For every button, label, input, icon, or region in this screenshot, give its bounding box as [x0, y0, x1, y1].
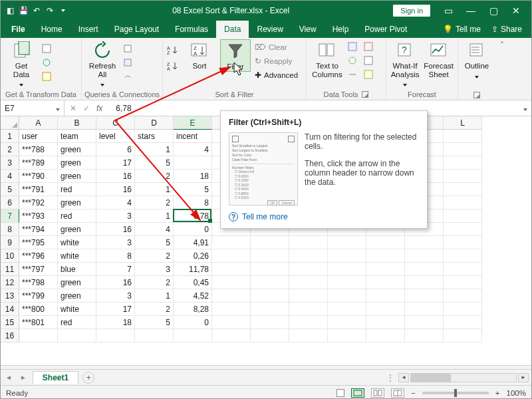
- name-box[interactable]: E7: [1, 100, 65, 116]
- cell[interactable]: 0: [174, 223, 212, 236]
- cell[interactable]: green: [58, 289, 96, 303]
- undo-icon[interactable]: ↶: [31, 5, 42, 16]
- tab-nav-next[interactable]: ►: [18, 374, 29, 381]
- cell[interactable]: 17: [96, 303, 135, 316]
- macro-rec-icon[interactable]: [336, 389, 344, 397]
- cell[interactable]: [135, 329, 174, 342]
- cell[interactable]: 18: [174, 170, 212, 183]
- cell[interactable]: [96, 329, 135, 342]
- cell[interactable]: [289, 303, 328, 316]
- zoom-out-button[interactable]: −: [411, 389, 416, 397]
- cell[interactable]: [251, 316, 289, 329]
- cell[interactable]: 8: [96, 249, 135, 263]
- cell[interactable]: [289, 236, 328, 249]
- cell[interactable]: 2: [135, 303, 174, 316]
- cell[interactable]: [251, 289, 289, 303]
- view-pagelayout-button[interactable]: [371, 388, 384, 398]
- cell[interactable]: 17: [96, 156, 135, 170]
- cell[interactable]: 11,78: [174, 263, 212, 276]
- cell[interactable]: [444, 316, 482, 329]
- tab-help[interactable]: Help: [325, 21, 357, 38]
- cell[interactable]: red: [58, 209, 96, 223]
- cell[interactable]: red: [58, 183, 96, 196]
- queries-button[interactable]: [123, 42, 132, 55]
- row-header[interactable]: 16: [1, 329, 19, 342]
- cell[interactable]: 4: [96, 196, 135, 209]
- cell[interactable]: [405, 263, 444, 276]
- col-header[interactable]: D: [135, 116, 174, 130]
- cell[interactable]: 2: [135, 276, 174, 289]
- close-icon[interactable]: ✕: [505, 1, 527, 20]
- tab-insert[interactable]: Insert: [70, 21, 106, 38]
- cell[interactable]: [444, 329, 482, 342]
- cell[interactable]: 2: [135, 249, 174, 263]
- cell[interactable]: 2: [135, 196, 174, 209]
- tab-powerpivot[interactable]: Power Pivot: [356, 21, 415, 38]
- cell[interactable]: [328, 236, 366, 249]
- cell[interactable]: white: [58, 303, 96, 316]
- whatif-button[interactable]: ? What-If Analysis: [390, 39, 420, 88]
- enter-icon[interactable]: ✓: [83, 104, 90, 113]
- row-header[interactable]: 12: [1, 276, 19, 289]
- zoom-in-button[interactable]: +: [495, 389, 500, 397]
- edit-links-button[interactable]: [123, 70, 132, 83]
- cell[interactable]: green: [58, 156, 96, 170]
- relations-button[interactable]: [348, 70, 361, 81]
- cell[interactable]: [405, 276, 444, 289]
- cell[interactable]: [289, 329, 328, 342]
- col-header[interactable]: L: [444, 116, 482, 130]
- cell[interactable]: 3: [96, 236, 135, 249]
- cell[interactable]: 0: [174, 316, 212, 329]
- cell[interactable]: [444, 143, 482, 156]
- cell[interactable]: ***789: [19, 156, 58, 170]
- text-to-columns-button[interactable]: Text to Columns: [311, 39, 344, 78]
- cell[interactable]: 4: [174, 143, 212, 156]
- cell[interactable]: 5: [174, 183, 212, 196]
- cell[interactable]: [212, 316, 251, 329]
- cell[interactable]: 16: [96, 223, 135, 236]
- cell[interactable]: ***790: [19, 170, 58, 183]
- cell[interactable]: 6: [96, 143, 135, 156]
- tab-view[interactable]: View: [291, 21, 325, 38]
- cell[interactable]: white: [58, 236, 96, 249]
- cell[interactable]: 3: [135, 263, 174, 276]
- cell[interactable]: [251, 276, 289, 289]
- cell[interactable]: green: [58, 223, 96, 236]
- cell[interactable]: [289, 249, 328, 263]
- sheet-tab[interactable]: Sheet1: [33, 371, 78, 384]
- cell[interactable]: ***791: [19, 183, 58, 196]
- consolidate-button[interactable]: [364, 56, 377, 67]
- cell[interactable]: ***798: [19, 276, 58, 289]
- row-header[interactable]: 3: [1, 156, 19, 170]
- cell[interactable]: ***800: [19, 303, 58, 316]
- zoom-level[interactable]: 100%: [507, 389, 526, 397]
- row-header[interactable]: 8: [1, 223, 19, 236]
- cell[interactable]: 1: [135, 209, 174, 223]
- cell[interactable]: [405, 329, 444, 342]
- cell[interactable]: [405, 236, 444, 249]
- cell[interactable]: stars: [135, 130, 174, 143]
- dialog-launcher-icon[interactable]: [473, 92, 480, 98]
- sort-za-button[interactable]: ZA: [167, 59, 179, 72]
- tab-nav-prev[interactable]: ◄: [3, 374, 14, 381]
- cell[interactable]: ***793: [19, 209, 58, 223]
- cell[interactable]: [212, 236, 251, 249]
- cell[interactable]: [328, 303, 366, 316]
- cell[interactable]: [19, 329, 58, 342]
- from-table-button[interactable]: [42, 70, 51, 83]
- cell[interactable]: [328, 263, 366, 276]
- advanced-button[interactable]: ✚Advanced: [255, 68, 298, 82]
- cell[interactable]: [405, 249, 444, 263]
- cell[interactable]: 5: [135, 236, 174, 249]
- cell[interactable]: [444, 263, 482, 276]
- remove-dup-button[interactable]: [364, 42, 377, 53]
- cell[interactable]: red: [58, 316, 96, 329]
- data-val-button[interactable]: [348, 56, 361, 67]
- cell[interactable]: [444, 223, 482, 236]
- view-pagebreak-button[interactable]: [391, 388, 404, 398]
- hscroll-thumb[interactable]: [411, 374, 451, 382]
- cell[interactable]: 3: [96, 209, 135, 223]
- cell[interactable]: [444, 249, 482, 263]
- cell[interactable]: 16: [96, 170, 135, 183]
- cell[interactable]: [366, 329, 405, 342]
